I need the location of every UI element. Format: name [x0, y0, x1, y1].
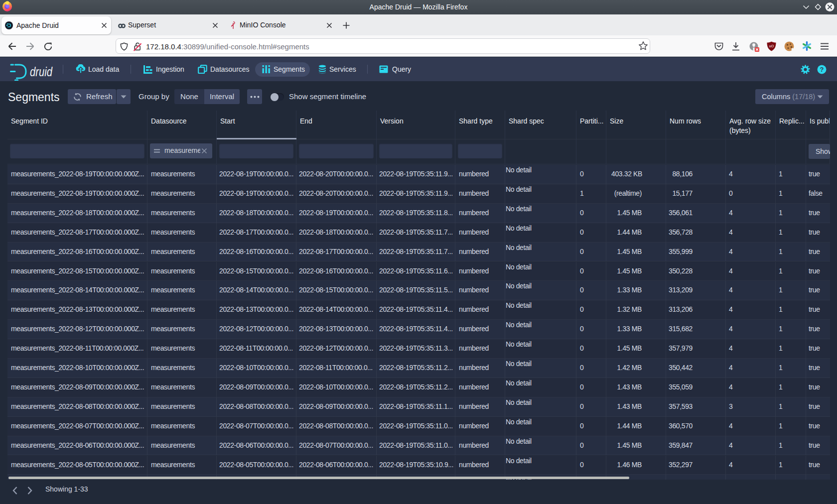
svg-text:druid: druid	[30, 65, 53, 79]
svg-text:uO: uO	[769, 44, 774, 48]
svg-text:?: ?	[820, 66, 824, 73]
